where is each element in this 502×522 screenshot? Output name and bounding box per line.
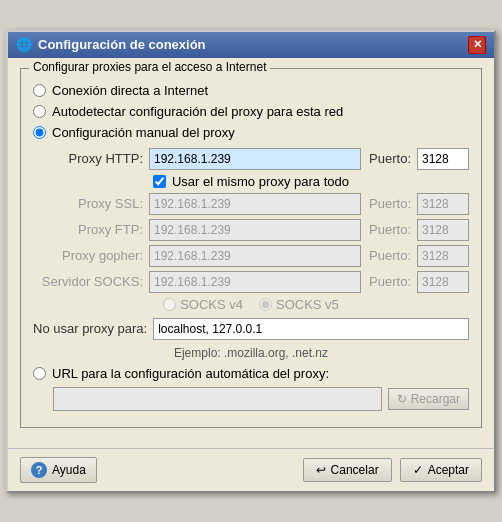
direct-radio[interactable] [33, 84, 46, 97]
manual-radio[interactable] [33, 126, 46, 139]
ssl-input[interactable] [149, 193, 361, 215]
help-label: Ayuda [52, 463, 86, 477]
http-input[interactable] [149, 148, 361, 170]
socks-v5-label: SOCKS v5 [259, 297, 339, 312]
gopher-port-input[interactable] [417, 245, 469, 267]
auto-url-radio-row: URL para la configuración automática del… [33, 366, 469, 381]
autodetect-radio[interactable] [33, 105, 46, 118]
direct-radio-row: Conexión directa a Internet [33, 83, 469, 98]
help-button[interactable]: ? Ayuda [20, 457, 97, 483]
socks-version-row: SOCKS v4 SOCKS v5 [33, 297, 469, 312]
accept-label: Aceptar [428, 463, 469, 477]
http-port-input[interactable] [417, 148, 469, 170]
autodetect-radio-row: Autodetectar configuración del proxy par… [33, 104, 469, 119]
titlebar-icon: 🌐 [16, 37, 32, 52]
right-buttons: ↩ Cancelar ✓ Aceptar [303, 458, 482, 482]
http-row: Proxy HTTP: Puerto: [33, 148, 469, 170]
same-proxy-checkbox[interactable] [153, 175, 166, 188]
noproxy-row: No usar proxy para: [33, 318, 469, 340]
ftp-input[interactable] [149, 219, 361, 241]
accept-button[interactable]: ✓ Aceptar [400, 458, 482, 482]
manual-label: Configuración manual del proxy [52, 125, 235, 140]
cancel-label: Cancelar [331, 463, 379, 477]
socks-port-input[interactable] [417, 271, 469, 293]
direct-label: Conexión directa a Internet [52, 83, 208, 98]
reload-icon: ↻ [397, 392, 407, 406]
titlebar-left: 🌐 Configuración de conexión [16, 37, 206, 52]
close-button[interactable]: ✕ [468, 36, 486, 54]
auto-url-radio[interactable] [33, 367, 46, 380]
same-proxy-row: Usar el mismo proxy para todo [33, 174, 469, 189]
reload-button[interactable]: ↻ Recargar [388, 388, 469, 410]
gopher-label: Proxy gopher: [33, 248, 143, 263]
ssl-port-input[interactable] [417, 193, 469, 215]
cancel-button[interactable]: ↩ Cancelar [303, 458, 392, 482]
ftp-row: Proxy FTP: Puerto: [33, 219, 469, 241]
url-input[interactable] [53, 387, 382, 411]
ftp-label: Proxy FTP: [33, 222, 143, 237]
manual-radio-row: Configuración manual del proxy [33, 125, 469, 140]
dialog-content: Configurar proxies para el acceso a Inte… [8, 58, 494, 448]
noproxy-label: No usar proxy para: [33, 321, 147, 336]
titlebar-title: Configuración de conexión [38, 37, 206, 52]
help-icon: ? [31, 462, 47, 478]
noproxy-input[interactable] [153, 318, 469, 340]
reload-label: Recargar [411, 392, 460, 406]
ftp-port-input[interactable] [417, 219, 469, 241]
cancel-icon: ↩ [316, 463, 326, 477]
bottom-bar: ? Ayuda ↩ Cancelar ✓ Aceptar [8, 448, 494, 491]
socks-v5-radio[interactable] [259, 298, 272, 311]
socks-input[interactable] [149, 271, 361, 293]
proxy-group: Configurar proxies para el acceso a Inte… [20, 68, 482, 428]
example-text: Ejemplo: .mozilla.org, .net.nz [33, 346, 469, 360]
ssl-row: Proxy SSL: Puerto: [33, 193, 469, 215]
socks-v4-radio[interactable] [163, 298, 176, 311]
autodetect-label: Autodetectar configuración del proxy par… [52, 104, 343, 119]
same-proxy-label: Usar el mismo proxy para todo [172, 174, 349, 189]
socks-row: Servidor SOCKS: Puerto: [33, 271, 469, 293]
accept-icon: ✓ [413, 463, 423, 477]
titlebar: 🌐 Configuración de conexión ✕ [8, 32, 494, 58]
http-port-label: Puerto: [369, 151, 411, 166]
socks-label: Servidor SOCKS: [33, 274, 143, 289]
ftp-port-label: Puerto: [369, 222, 411, 237]
ssl-port-label: Puerto: [369, 196, 411, 211]
gopher-row: Proxy gopher: Puerto: [33, 245, 469, 267]
socks-port-label: Puerto: [369, 274, 411, 289]
auto-url-label: URL para la configuración automática del… [52, 366, 329, 381]
connection-dialog: 🌐 Configuración de conexión ✕ Configurar… [6, 30, 496, 493]
gopher-input[interactable] [149, 245, 361, 267]
url-row: ↻ Recargar [33, 387, 469, 411]
socks-v4-label: SOCKS v4 [163, 297, 243, 312]
manual-section: Proxy HTTP: Puerto: Usar el mismo proxy … [33, 148, 469, 360]
ssl-label: Proxy SSL: [33, 196, 143, 211]
group-label: Configurar proxies para el acceso a Inte… [29, 60, 270, 74]
gopher-port-label: Puerto: [369, 248, 411, 263]
http-label: Proxy HTTP: [33, 151, 143, 166]
